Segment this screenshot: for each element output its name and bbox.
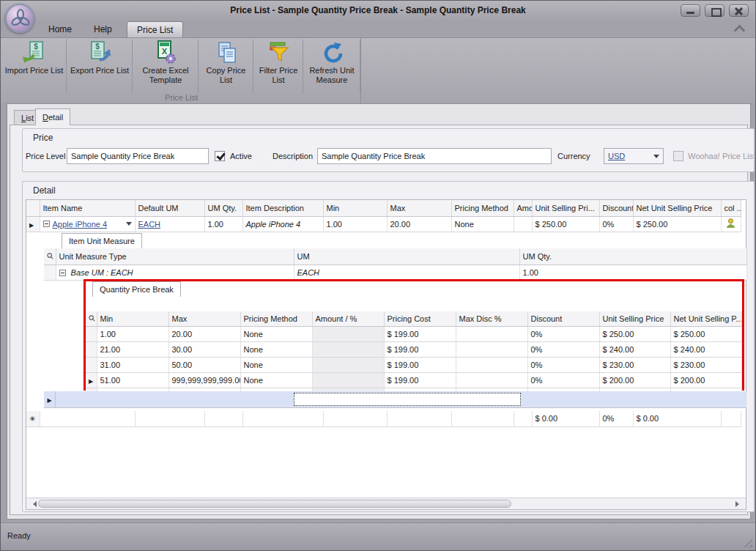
currency-value[interactable]: USD [608,152,625,160]
column-header-min[interactable]: Min [323,200,387,216]
net-unit-selling-price-cell[interactable]: $ 200.00 [670,372,741,388]
column-header-um-qty[interactable]: UM Qty. [519,248,746,265]
collapse-icon[interactable] [59,270,66,276]
um-cell[interactable]: EACH [294,265,519,280]
min-cell[interactable] [323,411,387,426]
tab-item-unit-measure[interactable]: Item Unit Measure [62,233,142,248]
column-header-net-unit-selling-price[interactable]: Net Unit Selling P... [670,311,741,326]
amount-cell[interactable] [312,341,384,357]
ribbon-tab-help[interactable]: Help [84,21,122,37]
resize-grip[interactable] [743,538,752,547]
column-header-unit-measure-type[interactable]: Unit Measure Type [56,248,294,265]
unit-selling-price-cell[interactable]: $ 250.00 [599,326,670,341]
unit-selling-price-cell[interactable]: $ 230.00 [599,357,670,372]
maximize-button[interactable] [705,4,724,17]
pricing-method-cell[interactable]: None [240,357,312,372]
item-description-cell[interactable] [242,411,323,426]
min-cell[interactable]: 1.00 [97,326,168,341]
column-header-unit-selling-price[interactable]: Unit Selling Price [599,311,670,326]
refresh-unit-measure-button[interactable]: Refresh Unit Measure [304,40,360,94]
max-cell[interactable]: 30.00 [168,341,240,357]
tab-detail[interactable]: Detail [35,108,70,125]
column-header-discount[interactable]: Discount [599,200,633,216]
column-header-col[interactable]: col ... [721,200,741,216]
pricing-method-cell[interactable] [451,411,514,426]
column-header-um-qty[interactable]: UM Qty. [204,200,242,216]
min-cell[interactable]: 21.00 [97,341,168,357]
um-qty-cell[interactable]: 1.00 [204,216,242,232]
min-cell[interactable]: 31.00 [97,357,168,372]
min-cell[interactable]: 1.00 [323,216,387,232]
column-header-amount[interactable]: Amount / % [312,311,384,326]
export-price-list-button[interactable]: $ Export Price List [67,40,133,94]
description-input[interactable]: Sample Quantity Price Break [317,148,552,164]
ribbon-collapse-chevron-icon[interactable] [734,25,744,32]
discount-cell[interactable]: 0% [599,411,633,426]
dropdown-arrow-icon[interactable] [126,222,132,229]
pricing-cost-cell[interactable]: $ 199.00 [384,326,456,341]
column-header-max[interactable]: Max [168,311,240,326]
unit-selling-price-cell[interactable]: $ 200.00 [599,372,670,388]
column-header-default-um[interactable]: Default UM [135,200,204,216]
scroll-left-arrow-icon[interactable] [30,501,37,507]
pricing-method-cell[interactable]: None [240,372,312,388]
customer-cell[interactable] [721,216,741,232]
column-header-max[interactable]: Max [387,200,451,216]
tab-quantity-price-break[interactable]: Quantity Price Break [92,281,181,297]
search-icon[interactable] [86,311,97,326]
default-um-cell[interactable]: EACH [135,216,204,232]
discount-cell[interactable]: 0% [527,357,599,372]
filter-price-list-button[interactable]: Filter Price List [254,40,303,94]
column-header-um[interactable]: UM [294,248,519,265]
pricing-cost-cell[interactable]: $ 199.00 [384,372,456,388]
amount-cell[interactable] [514,411,532,426]
amount-cell[interactable] [312,326,384,341]
item-name-cell[interactable]: Apple iPhone 4 [40,216,135,232]
unit-selling-price-cell[interactable]: $ 0.00 [532,411,599,426]
unit-measure-type-cell[interactable]: Base UM : EACH [56,265,294,280]
max-disc-cell[interactable] [456,357,527,372]
max-cell[interactable] [387,411,451,426]
woohaa-checkbox[interactable] [673,151,683,161]
column-header-discount[interactable]: Discount [527,311,599,326]
max-cell[interactable]: 999,999,999,999.00 [168,372,240,388]
pricing-method-cell[interactable]: None [451,216,514,232]
selected-detail-band[interactable]: ▶ [44,391,746,408]
column-header-unit-selling-price[interactable]: Unit Selling Pri... [532,200,599,216]
pricing-method-cell[interactable]: None [240,341,312,357]
unit-selling-price-cell[interactable]: $ 240.00 [599,341,670,357]
column-header-net-unit-selling-price[interactable]: Net Unit Selling Price [633,200,721,216]
column-header-amount[interactable]: Amo [514,200,532,216]
scrollbar-thumb[interactable] [38,500,511,508]
price-level-input[interactable]: Sample Quantity Price Break [67,148,209,164]
ribbon-tab-price-list[interactable]: Price List [127,21,183,37]
um-qty-cell[interactable]: 1.00 [519,265,746,280]
minimize-button[interactable] [681,4,700,17]
max-disc-cell[interactable] [456,326,527,341]
column-header-max-disc[interactable]: Max Disc % [456,311,527,326]
currency-dropdown[interactable]: USD [604,148,664,164]
discount-cell[interactable]: 0% [527,326,599,341]
column-header-item-name[interactable]: Item Name [40,200,135,216]
um-qty-cell[interactable] [204,411,242,426]
pricing-cost-cell[interactable]: $ 199.00 [384,341,456,357]
unit-selling-price-cell[interactable]: $ 250.00 [532,216,599,232]
import-price-list-button[interactable]: $ Import Price List [2,40,67,94]
customer-cell[interactable] [721,411,741,426]
ribbon-tab-home[interactable]: Home [39,21,81,37]
column-header-item-description[interactable]: Item Description [242,200,323,216]
net-unit-selling-price-cell[interactable]: $ 230.00 [670,357,741,372]
pricing-cost-cell[interactable]: $ 199.00 [384,357,456,372]
column-header-pricing-method[interactable]: Pricing Method [240,311,312,326]
pricing-method-cell[interactable]: None [240,326,312,341]
max-cell[interactable]: 20.00 [387,216,451,232]
column-header-pricing-cost[interactable]: Pricing Cost [384,311,456,326]
item-name-cell[interactable] [40,411,135,426]
collapse-icon[interactable] [43,221,50,227]
net-unit-selling-price-cell[interactable]: $ 250.00 [633,216,721,232]
min-cell[interactable]: 51.00 [97,372,168,388]
column-header-min[interactable]: Min [97,311,168,326]
copy-price-list-button[interactable]: Copy Price List [199,40,253,94]
search-icon[interactable] [44,248,56,265]
max-cell[interactable]: 50.00 [168,357,240,372]
